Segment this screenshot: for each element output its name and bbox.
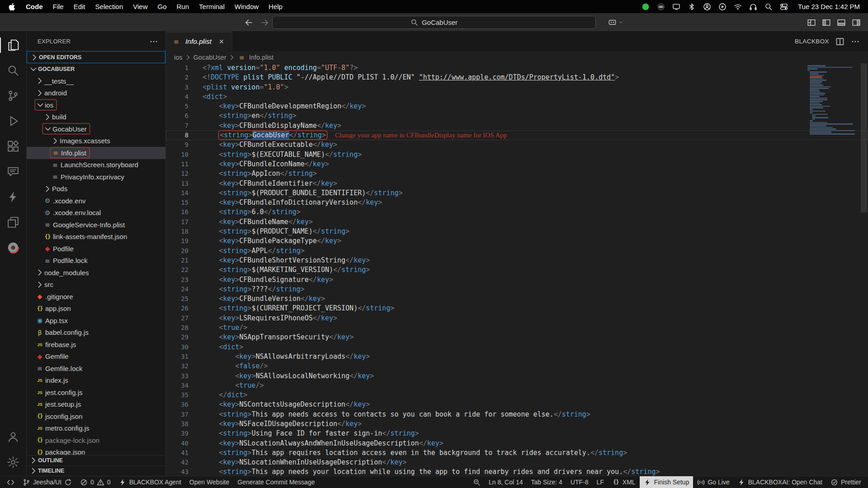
tree-folder-images-xcassets[interactable]: Images.xcassets <box>27 135 165 147</box>
toggle-sidebar-icon[interactable] <box>822 18 831 27</box>
tree-file-metro-config-js[interactable]: JSmetro.config.js <box>27 422 165 435</box>
tree-folder-ios[interactable]: ios <box>27 99 165 111</box>
code-line-18[interactable]: 18 <string>$(PRODUCT_NAME)</string> <box>166 227 868 236</box>
menu-help[interactable]: Help <box>264 3 288 10</box>
code-line-34[interactable]: 34 <true/> <box>166 381 868 390</box>
close-icon[interactable]: × <box>217 37 226 46</box>
toggle-panel-icon[interactable] <box>837 18 846 27</box>
forward-arrow-icon[interactable] <box>260 18 269 27</box>
menu-view[interactable]: View <box>128 3 152 10</box>
code-line-30[interactable]: 30 <dict> <box>166 343 868 352</box>
tree-file-app-tsx[interactable]: ◉App.tsx <box>27 314 165 327</box>
tree-file-package-lock-json[interactable]: {}package-lock.json <box>27 434 165 446</box>
tree-file-xcode-env[interactable]: ⚙.xcode.env <box>27 195 165 207</box>
tree-file-index-js[interactable]: JSindex.js <box>27 375 165 387</box>
breadcrumb-ios[interactable]: ios <box>173 54 184 61</box>
code-editor[interactable]: 1<?xml version="1.0" encoding="UTF-8"?>2… <box>166 63 868 476</box>
status-go-live[interactable]: Go Live <box>693 476 733 488</box>
code-line-13[interactable]: 13 <key>CFBundleIdentifier</key> <box>166 179 868 188</box>
code-line-24[interactable]: 24 <string>????</string> <box>166 285 868 294</box>
activity-explorer[interactable] <box>0 33 26 58</box>
tree-file-link-assets-manifest-json[interactable]: {}link-assets-manifest.json <box>27 231 165 243</box>
section-outline[interactable]: OUTLINE <box>27 455 165 465</box>
code-line-43[interactable]: 43 <string>This app needs your location … <box>166 467 868 476</box>
play-circle-icon[interactable] <box>718 3 726 11</box>
toggle-secondary-sidebar-icon[interactable] <box>852 18 861 27</box>
code-line-1[interactable]: 1<?xml version="1.0" encoding="UTF-8"?> <box>166 63 868 73</box>
code-line-40[interactable]: 40 <key>NSLocationAlwaysAndWhenInUseUsag… <box>166 439 868 448</box>
menu-edit[interactable]: Edit <box>69 3 90 10</box>
tree-folder-gocabuser[interactable]: GocabUser <box>27 123 165 135</box>
code-line-15[interactable]: 15 <key>CFBundleInfoDictionaryVersion</k… <box>166 198 868 207</box>
code-line-33[interactable]: 33 <key>NSAllowsLocalNetworking</key> <box>166 371 868 381</box>
command-center-search[interactable]: GoCabUser <box>272 16 596 29</box>
status-lf[interactable]: LF <box>592 476 608 488</box>
back-arrow-icon[interactable] <box>244 18 253 27</box>
scrollbar-thumb[interactable] <box>861 63 867 212</box>
tree-file-launchscreen-storyboard[interactable]: ≡LaunchScreen.storyboard <box>27 159 165 171</box>
green-dot-icon[interactable] <box>642 3 650 11</box>
more-actions-icon[interactable] <box>851 37 860 46</box>
wifi-icon[interactable] <box>734 3 742 11</box>
status-utf-8[interactable]: UTF-8 <box>566 476 593 488</box>
code-line-12[interactable]: 12 <string>AppIcon</string> <box>166 169 868 178</box>
minimap[interactable] <box>807 65 858 135</box>
menu-window[interactable]: Window <box>230 3 264 10</box>
bluetooth-icon[interactable] <box>688 3 696 11</box>
activity-blackbox-agent[interactable] <box>0 184 26 210</box>
tree-file-privacyinfo-xcprivacy[interactable]: ≡PrivacyInfo.xcprivacy <box>27 171 165 183</box>
tree-folder-node-modules[interactable]: node_modules <box>27 267 165 279</box>
status-0[interactable]: 00 <box>76 476 115 488</box>
tree-folder-android[interactable]: android <box>27 87 165 99</box>
code-line-41[interactable]: 41 <string>This app requires location ac… <box>166 448 868 458</box>
menu-terminal[interactable]: Terminal <box>194 3 230 10</box>
open-editors-section[interactable]: OPEN EDITORS <box>27 51 165 63</box>
code-line-7[interactable]: 7 <key>CFBundleDisplayName</key> <box>166 121 868 131</box>
tree-folder-pods[interactable]: Pods <box>27 183 165 195</box>
code-line-4[interactable]: 4<dict> <box>166 92 868 102</box>
tree-file-firebase-js[interactable]: JSfirebase.js <box>27 338 165 351</box>
customize-layout-icon[interactable] <box>807 18 816 27</box>
breadcrumb-info-plist[interactable]: Info.plist <box>248 54 274 61</box>
code-line-39[interactable]: 39 <string>Using Face ID for faster sign… <box>166 429 868 438</box>
breadcrumb-gocabuser[interactable]: GocabUser <box>193 54 227 61</box>
code-line-31[interactable]: 31 <key>NSAllowsArbitraryLoads</key> <box>166 352 868 361</box>
code-line-36[interactable]: 36 <key>NSContactsUsageDescription</key> <box>166 400 868 409</box>
status-jeesha-ui[interactable]: Jeesha/UI <box>19 476 76 488</box>
control-center-icon[interactable] <box>780 3 788 11</box>
code-line-5[interactable]: 5 <key>CFBundleDevelopmentRegion</key> <box>166 102 868 111</box>
tree-folder-tests[interactable]: __tests__ <box>27 75 165 87</box>
tree-file-jsconfig-json[interactable]: {}jsconfig.json <box>27 410 165 422</box>
section-timeline[interactable]: TIMELINE <box>27 465 165 476</box>
tree-file-jest-setup-js[interactable]: JSjest.setup.js <box>27 399 165 411</box>
activity-settings[interactable] <box>0 450 26 475</box>
activity-accounts[interactable] <box>0 424 26 450</box>
code-line-42[interactable]: 42 <key>NSLocationWhenInUseUsageDescript… <box>166 458 868 467</box>
activity-blackbox[interactable] <box>0 235 26 260</box>
activity-run-debug[interactable] <box>0 108 26 134</box>
user-circle-icon[interactable] <box>703 3 711 11</box>
code-line-16[interactable]: 16 <string>6.0</string> <box>166 207 868 217</box>
tree-file-app-json[interactable]: {}app.json <box>27 303 165 315</box>
status-remote-icon[interactable] <box>3 476 19 488</box>
activity-source-control[interactable] <box>0 83 26 108</box>
status-blackbox-agent[interactable]: BLACKBOX Agent <box>115 476 185 488</box>
code-line-23[interactable]: 23 <key>CFBundleSignature</key> <box>166 275 868 285</box>
status-generate-commit-message[interactable]: Generate Commit Message <box>233 476 319 488</box>
code-line-6[interactable]: 6 <string>en</string> <box>166 111 868 121</box>
tree-file-xcode-env-local[interactable]: ⚙.xcode.env.local <box>27 207 165 219</box>
tab-info-plist[interactable]: ≡ Info.plist × <box>166 32 232 51</box>
code-line-19[interactable]: 19 <key>CFBundlePackageType</key> <box>166 236 868 246</box>
code-line-35[interactable]: 35 </dict> <box>166 390 868 400</box>
code-line-32[interactable]: 32 <false/> <box>166 361 868 371</box>
menu-selection[interactable]: Selection <box>90 3 128 10</box>
tree-file-package-json[interactable]: {}package.json <box>27 446 165 455</box>
status-tab-size-4[interactable]: Tab Size: 4 <box>527 476 566 488</box>
code-line-22[interactable]: 22 <string>$(MARKETING_VERSION)</string> <box>166 265 868 275</box>
code-line-20[interactable]: 20 <string>APPL</string> <box>166 246 868 256</box>
tree-file-gemfile[interactable]: ◆Gemfile <box>27 351 165 363</box>
tree-file-jest-config-js[interactable]: JSjest.config.js <box>27 386 165 399</box>
headphones-icon[interactable] <box>749 3 757 11</box>
tree-file-googleservice-info-plist[interactable]: ≡GoogleService-Info.plist <box>27 219 165 231</box>
code-line-14[interactable]: 14 <string>$(PRODUCT_BUNDLE_IDENTIFIER)<… <box>166 188 868 198</box>
